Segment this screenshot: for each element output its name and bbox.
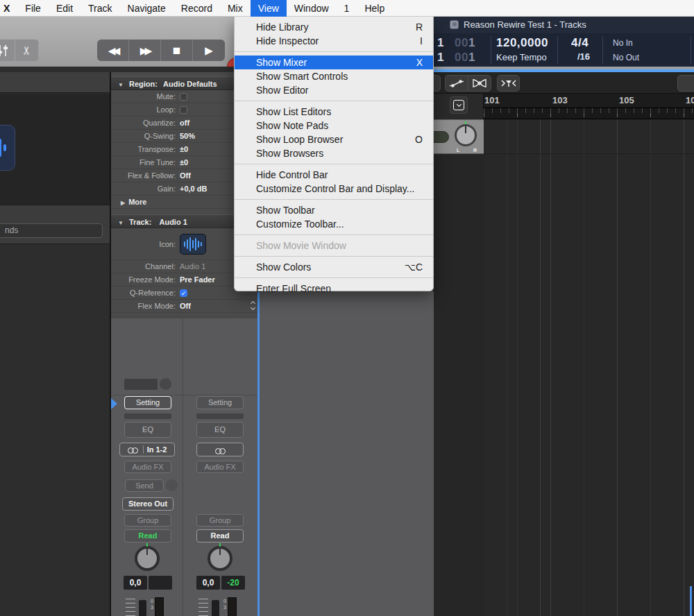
right-automation-mode-button[interactable]: Read: [196, 529, 244, 542]
quantize-value[interactable]: off: [180, 117, 189, 129]
flexfollow-value[interactable]: Off: [180, 169, 191, 182]
view-menu: Hide LibraryR Hide InspectorI Show Mixer…: [234, 17, 434, 291]
ruler-bar-number: 103: [552, 95, 568, 105]
track-header-config-button[interactable]: [450, 96, 468, 114]
library-search-field[interactable]: nds: [0, 223, 103, 238]
send-knob[interactable]: [166, 479, 178, 491]
left-setting-button[interactable]: Setting: [124, 396, 171, 409]
tempo-value[interactable]: 120,0000: [496, 36, 548, 50]
menubar-item-navigate[interactable]: Navigate: [120, 0, 174, 17]
menu-item-hide-inspector[interactable]: Hide InspectorI: [235, 34, 433, 48]
library-header: [0, 72, 111, 93]
left-input-button[interactable]: In 1-2: [119, 443, 175, 456]
catch-playhead-button[interactable]: [497, 75, 520, 92]
scissors-button[interactable]: ✂: [15, 40, 39, 61]
stop-button[interactable]: ■: [161, 40, 193, 61]
menu-item-show-mixer[interactable]: Show MixerX: [235, 55, 433, 69]
track-icon-button[interactable]: [180, 234, 206, 255]
menu-item-show-colors[interactable]: Show Colors⌥C: [235, 260, 433, 274]
forward-button[interactable]: ▶▶: [129, 40, 161, 61]
menubar-item-1[interactable]: 1: [337, 0, 357, 17]
freeze-mode-value[interactable]: Pre Fader: [180, 273, 215, 286]
menu-item-show-list-editors[interactable]: Show List Editors: [235, 105, 433, 119]
mixer-sliders-button[interactable]: [0, 40, 15, 61]
right-pan-value[interactable]: -20: [221, 576, 245, 590]
time-signature[interactable]: 4/4: [571, 36, 589, 50]
mini-knob[interactable]: [160, 378, 171, 390]
menu-item-customize-toolbar[interactable]: Customize Toolbar...: [235, 217, 433, 231]
left-pan-value[interactable]: [149, 576, 172, 590]
left-pan-knob[interactable]: [135, 546, 160, 571]
rewind-button[interactable]: ◀◀: [97, 40, 129, 61]
menubar-item-app[interactable]: X: [0, 0, 17, 17]
menubar-item-edit[interactable]: Edit: [49, 0, 81, 17]
menubar-item-help[interactable]: Help: [357, 0, 392, 17]
partial-right-button[interactable]: [677, 75, 694, 92]
fast-forward-icon: ▶▶: [140, 45, 150, 56]
right-pan-knob[interactable]: [208, 546, 232, 571]
menubar-item-mix[interactable]: Mix: [220, 0, 251, 17]
menu-separator: [235, 199, 433, 200]
window-title: Reason Rewire Test 1 - Tracks: [464, 19, 586, 30]
track-header[interactable]: L R: [434, 119, 484, 154]
menu-item-hide-library[interactable]: Hide LibraryR: [235, 20, 433, 34]
right-audiofx-button[interactable]: Audio FX: [196, 461, 244, 473]
qreference-checkbox[interactable]: ✓: [180, 289, 187, 297]
ruler-tick-strip[interactable]: [484, 108, 694, 119]
left-latency-bar: [124, 413, 171, 419]
left-eq-button[interactable]: EQ: [124, 422, 171, 438]
playhead-beats: 001: [455, 36, 475, 50]
finetune-value[interactable]: ±0: [180, 156, 188, 169]
channel-label: Channel:: [111, 260, 180, 273]
menu-item-hide-control-bar[interactable]: Hide Control Bar: [235, 168, 433, 182]
lcd-display[interactable]: 1 001 1 001 120,0000 Keep Tempo 4/4 /16 …: [434, 33, 694, 67]
right-setting-button[interactable]: Setting: [196, 396, 244, 409]
mute-checkbox[interactable]: [180, 93, 187, 101]
left-audiofx-button[interactable]: Audio FX: [124, 461, 171, 473]
loop-checkbox[interactable]: [180, 106, 187, 114]
left-automation-mode-button[interactable]: Read: [124, 529, 171, 542]
left-fader[interactable]: [139, 600, 146, 616]
menu-item-show-loop-browser[interactable]: Show Loop BrowserO: [235, 132, 433, 146]
menu-item-show-editor[interactable]: Show Editor: [235, 83, 433, 97]
left-send-button[interactable]: Send: [125, 479, 164, 492]
flex-button[interactable]: [468, 75, 491, 92]
left-volume-value[interactable]: 0,0: [124, 576, 147, 590]
menu-item-show-smart-controls[interactable]: Show Smart Controls: [235, 69, 433, 83]
division-value[interactable]: /16: [577, 51, 590, 62]
menubar-item-view[interactable]: View: [251, 0, 287, 17]
menubar-item-track[interactable]: Track: [81, 0, 119, 17]
menu-item-enter-full-screen[interactable]: Enter Full Screen: [235, 282, 433, 296]
menu-item-show-toolbar[interactable]: Show Toolbar: [235, 203, 433, 217]
right-eq-button[interactable]: EQ: [196, 422, 244, 438]
track-pan-knob[interactable]: [455, 124, 477, 146]
qswing-value[interactable]: 50%: [180, 130, 195, 142]
tempo-mode[interactable]: Keep Tempo: [496, 52, 547, 62]
menu-item-customize-control-bar[interactable]: Customize Control Bar and Display...: [235, 182, 433, 196]
track-lanes[interactable]: [484, 119, 694, 616]
gain-value[interactable]: +0,0 dB: [180, 182, 207, 195]
track-header-label: Track:: [129, 218, 151, 226]
flex-mode-stepper[interactable]: [251, 302, 255, 310]
play-button[interactable]: ▶: [193, 40, 225, 61]
right-volume-value[interactable]: 0,0: [196, 576, 220, 590]
menu-separator: [235, 277, 433, 278]
menu-item-show-browsers[interactable]: Show Browsers: [235, 146, 433, 160]
bar-ruler[interactable]: 101 103 105 107: [484, 94, 694, 108]
left-group-button[interactable]: Group: [124, 514, 171, 527]
menu-item-show-note-pads[interactable]: Show Note Pads: [235, 119, 433, 132]
track-lane-border: [484, 119, 694, 154]
menubar-item-record[interactable]: Record: [174, 0, 220, 17]
menu-bar: X File Edit Track Navigate Record Mix Vi…: [0, 0, 694, 17]
automation-button[interactable]: [445, 75, 468, 92]
flex-mode-value[interactable]: Off: [180, 300, 191, 312]
right-group-button[interactable]: Group: [196, 514, 244, 527]
transpose-value[interactable]: ±0: [180, 143, 188, 155]
right-fader[interactable]: [212, 600, 219, 616]
mute-label: Mute:: [111, 90, 180, 103]
menubar-item-file[interactable]: File: [17, 0, 49, 17]
window-title-bar[interactable]: Reason Rewire Test 1 - Tracks: [434, 17, 694, 33]
menubar-item-window[interactable]: Window: [287, 0, 337, 17]
right-input-button[interactable]: [196, 443, 244, 456]
left-output-button[interactable]: Stereo Out: [122, 497, 174, 511]
